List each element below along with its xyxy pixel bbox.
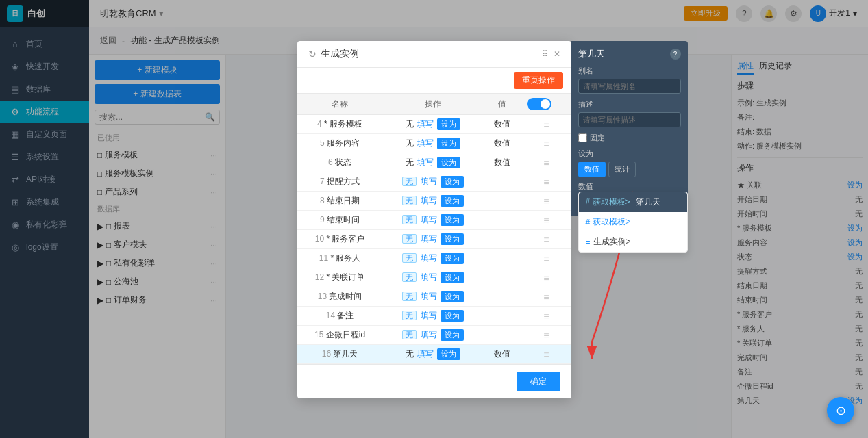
row-name: 完成时间 [329,292,362,301]
set-btn[interactable]: 设为 [441,272,464,283]
modal-header: ↻ 生成实例 ⠿ ✕ [297,41,571,68]
row-name: * 服务客户 [326,234,364,244]
drag-handle[interactable]: ≡ [543,215,549,226]
table-row: 11 * 服务人 无 填写 设为 ≡ [297,249,571,268]
col-value: 值 [484,94,522,115]
set-btn[interactable]: 设为 [437,118,460,130]
set-btn[interactable]: 设为 [441,310,464,322]
drag-handle[interactable]: ≡ [543,253,549,264]
table-row: 15 企微日程id 无 填写 设为 ≡ [297,326,571,345]
set-btn[interactable]: 设为 [441,291,464,302]
set-btn[interactable]: 设为 [441,329,464,341]
fill-btn[interactable]: 填写 [416,118,435,130]
drag-handle[interactable]: ≡ [543,119,549,130]
global-toggle[interactable] [527,98,551,110]
item-tag: # [586,218,591,227]
row-name: * 服务模板 [324,119,362,129]
dropdown-item-get-template[interactable]: # 获取模板> [579,212,687,232]
fixed-check[interactable] [578,133,587,142]
instance-table: 名称 操作 值 4 * 服务模板 无 填写 设为 数值 ≡ [297,94,571,364]
modal-title: ↻ 生成实例 [308,48,359,60]
tab-tongji[interactable]: 统计 [608,162,636,177]
tab-shuzhi[interactable]: 数值 [578,162,606,177]
item-label: 生成实例> [593,236,631,248]
drag-handle[interactable]: ≡ [543,177,549,188]
drag-handle[interactable]: ≡ [543,157,549,168]
value-label: 数值 [494,138,510,148]
fill-btn[interactable]: 填写 [419,176,438,188]
fill-btn[interactable]: 填写 [419,329,438,341]
fill-btn[interactable]: 填写 [419,291,438,302]
fill-btn[interactable]: 填写 [416,157,435,168]
table-row: 12 * 关联订单 无 填写 设为 ≡ [297,268,571,287]
fill-btn[interactable]: 填写 [416,348,435,360]
set-btn[interactable]: 设为 [437,157,460,168]
row-name: 服务内容 [327,138,360,148]
fixed-label: 固定 [590,133,605,143]
set-btn[interactable]: 设为 [437,138,460,149]
table-row: 10 * 服务客户 无 填写 设为 ≡ [297,230,571,249]
none-tag[interactable]: 无 [402,177,417,186]
none-tag[interactable]: 无 [402,272,417,282]
alias-section: 别名 [578,66,681,94]
drag-handle[interactable]: ≡ [543,311,549,322]
table-row: 9 结束时间 无 填写 设为 ≡ [297,211,571,230]
fill-btn[interactable]: 填写 [419,214,438,226]
drag-handle[interactable]: ≡ [543,272,549,283]
drag-handle[interactable]: ≡ [543,349,549,360]
none-tag[interactable]: 无 [402,196,417,205]
drag-handle[interactable]: ≡ [543,138,549,149]
confirm-button[interactable]: 确定 [517,372,560,391]
set-btn[interactable]: 设为 [441,233,464,245]
desc-section: 描述 [578,99,681,127]
col-name: 名称 [297,94,383,115]
none-tag[interactable]: 无 [402,311,417,320]
fill-btn[interactable]: 填写 [419,233,438,245]
dropdown-tag: # 获取模板> [586,196,630,208]
row-name: 结束日期 [327,196,360,205]
item-label: 获取模板> [593,216,630,228]
float-settings-button[interactable]: ⊙ [827,397,854,424]
set-btn[interactable]: 设为 [441,253,464,264]
drag-handle[interactable]: ≡ [543,196,549,207]
desc-input[interactable] [578,112,681,127]
row-name: 第几天 [333,349,358,359]
table-row-highlighted: 16 第几天 无 填写 设为 数值 ≡ [297,345,571,364]
modal-header-icons: ⠿ ✕ [542,49,560,59]
refresh-icon[interactable]: ↻ [308,49,317,60]
set-btn[interactable]: 设为 [441,176,464,188]
none-tag[interactable]: 无 [402,215,417,224]
drag-handle[interactable]: ≡ [543,234,549,245]
none-tag[interactable]: 无 [402,292,417,301]
value-label: 数值 [494,157,510,167]
fill-btn[interactable]: 填写 [416,138,435,149]
fill-btn[interactable]: 填写 [419,253,438,264]
set-btn[interactable]: 设为 [437,348,460,360]
col-toggle [521,94,571,115]
drag-handle[interactable]: ≡ [543,330,549,341]
none-tag[interactable]: 无 [402,253,417,263]
homepage-button[interactable]: 重页操作 [514,72,563,89]
alias-input[interactable] [578,79,681,94]
dropdown-item-generate-instance[interactable]: = 生成实例> [579,232,687,252]
close-icon[interactable]: ✕ [554,49,560,59]
fixed-checkbox[interactable]: 固定 [578,133,681,143]
grid-icon[interactable]: ⠿ [542,49,548,59]
modal-overlay: ↻ 生成实例 ⠿ ✕ 重页操作 名称 操作 值 [0,0,868,438]
set-btn[interactable]: 设为 [441,195,464,207]
dropdown-item-label: 第几天 [636,196,660,208]
table-row: 5 服务内容 无 填写 设为 数值 ≡ [297,134,571,153]
formula-dropdown: # 获取模板> 第几天 # 获取模板> = 生成实例> [578,192,688,253]
drag-handle[interactable]: ≡ [543,292,549,302]
none-tag[interactable]: 无 [402,330,417,339]
table-row: 6 状态 无 填写 设为 数值 ≡ [297,153,571,172]
row-name: * 服务人 [330,253,360,263]
col-operation: 操作 [383,94,484,115]
fill-btn[interactable]: 填写 [419,272,438,283]
set-btn[interactable]: 设为 [441,214,464,226]
help-icon[interactable]: ? [670,49,681,60]
row-name: 提醒方式 [327,177,360,186]
none-tag[interactable]: 无 [402,234,417,244]
fill-btn[interactable]: 填写 [419,195,438,207]
fill-btn[interactable]: 填写 [419,310,438,322]
